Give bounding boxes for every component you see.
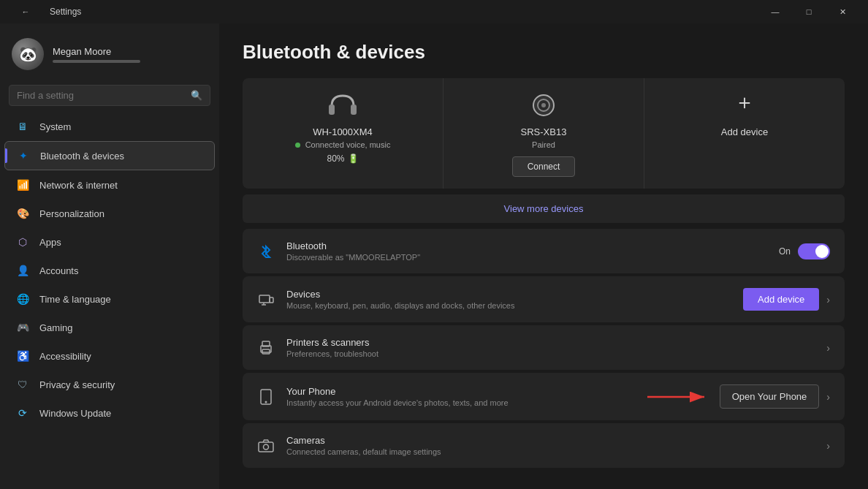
toggle-label: On	[779, 246, 791, 257]
page-title: Bluetooth & devices	[243, 41, 845, 64]
sidebar-label-personalization: Personalization	[39, 208, 104, 219]
device-name-srs: SRS-XB13	[521, 126, 567, 137]
sidebar-item-bluetooth[interactable]: ✦ Bluetooth & devices	[4, 141, 215, 170]
cameras-desc: Connected cameras, default image setting…	[286, 447, 815, 456]
user-name: Megan Moore	[53, 46, 140, 57]
view-more-row[interactable]: View more devices	[243, 194, 845, 223]
printers-desc: Preferences, troubleshoot	[286, 349, 815, 358]
battery-icon: 🔋	[348, 153, 359, 164]
sidebar-item-accounts[interactable]: 👤 Accounts	[4, 257, 215, 284]
sidebar-item-accessibility[interactable]: ♿ Accessibility	[4, 342, 215, 370]
sidebar-item-update[interactable]: ⟳ Windows Update	[4, 399, 215, 427]
maximize-button[interactable]: □	[792, 0, 826, 23]
battery-info: 80% 🔋	[327, 153, 358, 164]
printers-text: Printers & scanners Preferences, trouble…	[286, 337, 815, 358]
plus-icon: ＋	[734, 88, 755, 116]
gaming-icon: 🎮	[16, 321, 29, 334]
svg-rect-6	[270, 297, 273, 303]
phone-right: Open Your Phone ›	[720, 384, 830, 409]
back-button[interactable]: ←	[9, 0, 42, 23]
user-section: 🐼 Megan Moore	[0, 32, 219, 82]
search-box[interactable]: 🔍	[9, 85, 210, 106]
sidebar: 🐼 Megan Moore 🔍 🖥 System ✦ Bluetooth & d…	[0, 23, 219, 489]
connected-dot	[295, 143, 300, 148]
accounts-icon: 👤	[16, 264, 29, 277]
printers-title: Printers & scanners	[286, 337, 815, 348]
camera-icon	[257, 437, 275, 455]
device-card-add[interactable]: ＋ Add device	[644, 78, 845, 189]
headphones-icon-area	[324, 90, 361, 121]
device-status-srs: Paired	[532, 140, 555, 149]
open-phone-button[interactable]: Open Your Phone	[720, 384, 820, 409]
device-card-wh1000xm4[interactable]: WH-1000XM4 Connected voice, music 80% 🔋	[243, 78, 443, 189]
devices-desc: Mouse, keyboard, pen, audio, displays an…	[286, 301, 731, 310]
svg-rect-5	[259, 295, 270, 303]
phone-desc: Instantly access your Android device's p…	[286, 398, 708, 407]
bluetooth-right: On	[779, 243, 830, 259]
bluetooth-toggle[interactable]	[798, 243, 830, 259]
svg-rect-11	[262, 349, 270, 354]
update-icon: ⟳	[16, 406, 29, 420]
sidebar-item-network[interactable]: 📶 Network & internet	[4, 171, 215, 199]
device-card-srs[interactable]: SRS-XB13 Paired Connect	[443, 78, 644, 189]
speaker-icon-area	[525, 90, 562, 121]
sidebar-label-bluetooth: Bluetooth & devices	[40, 151, 124, 162]
devices-chevron: ›	[826, 294, 830, 306]
sidebar-item-gaming[interactable]: 🎮 Gaming	[4, 314, 215, 341]
row-printers[interactable]: Printers & scanners Preferences, trouble…	[243, 325, 845, 370]
devices-icon	[257, 291, 275, 308]
system-icon: 🖥	[16, 120, 29, 133]
row-cameras[interactable]: Cameras Connected cameras, default image…	[243, 423, 845, 468]
devices-right: Add device ›	[743, 288, 830, 311]
sidebar-item-personalization[interactable]: 🎨 Personalization	[4, 200, 215, 227]
titlebar-controls: — □ ✕	[758, 0, 859, 23]
printer-icon	[257, 339, 275, 357]
sidebar-item-system[interactable]: 🖥 System	[4, 113, 215, 140]
apps-icon: ⬡	[16, 235, 29, 249]
phone-text: Your Phone Instantly access your Android…	[286, 386, 708, 407]
nav-list: 🖥 System ✦ Bluetooth & devices 📶 Network…	[0, 112, 219, 428]
row-devices[interactable]: Devices Mouse, keyboard, pen, audio, dis…	[243, 276, 845, 322]
connect-button[interactable]: Connect	[512, 156, 576, 177]
row-phone[interactable]: Your Phone Instantly access your Android…	[243, 373, 845, 420]
cameras-title: Cameras	[286, 435, 815, 446]
headphones-icon	[326, 91, 359, 119]
add-device-label: Add device	[721, 126, 768, 137]
user-info: Megan Moore	[53, 46, 140, 63]
titlebar: ← Settings — □ ✕	[0, 0, 868, 23]
cameras-right: ›	[826, 440, 830, 452]
sidebar-label-network: Network & internet	[39, 180, 118, 191]
titlebar-title: Settings	[50, 7, 81, 17]
add-device-icon-area: ＋	[726, 90, 763, 121]
cameras-chevron: ›	[826, 440, 830, 452]
svg-point-17	[264, 444, 269, 450]
titlebar-left: ← Settings	[9, 0, 81, 23]
search-input[interactable]	[17, 90, 185, 101]
privacy-icon: 🛡	[16, 378, 29, 391]
sidebar-label-accessibility: Accessibility	[39, 351, 91, 362]
close-button[interactable]: ✕	[826, 0, 859, 23]
device-cards: WH-1000XM4 Connected voice, music 80% 🔋	[243, 78, 845, 189]
bluetooth-icon	[257, 243, 275, 260]
phone-icon	[257, 388, 275, 406]
time-icon: 🌐	[16, 292, 29, 306]
app-body: 🐼 Megan Moore 🔍 🖥 System ✦ Bluetooth & d…	[0, 23, 868, 489]
personalization-icon: 🎨	[16, 207, 29, 220]
row-bluetooth[interactable]: Bluetooth Discoverable as "MMOORELAPTOP"…	[243, 229, 845, 273]
add-device-button[interactable]: Add device	[743, 288, 819, 311]
sidebar-item-privacy[interactable]: 🛡 Privacy & security	[4, 371, 215, 398]
sidebar-label-gaming: Gaming	[39, 322, 73, 333]
printers-chevron: ›	[826, 342, 830, 354]
minimize-button[interactable]: —	[758, 0, 792, 23]
bluetooth-icon: ✦	[17, 149, 30, 162]
phone-chevron: ›	[826, 391, 830, 403]
user-email-bar	[53, 60, 140, 63]
sidebar-item-time[interactable]: 🌐 Time & language	[4, 285, 215, 313]
view-more-link[interactable]: View more devices	[504, 203, 584, 214]
phone-title: Your Phone	[286, 386, 708, 397]
speaker-icon	[528, 91, 560, 119]
devices-text: Devices Mouse, keyboard, pen, audio, dis…	[286, 289, 731, 310]
sidebar-label-system: System	[39, 121, 71, 132]
sidebar-item-apps[interactable]: ⬡ Apps	[4, 228, 215, 256]
svg-rect-16	[259, 442, 273, 452]
